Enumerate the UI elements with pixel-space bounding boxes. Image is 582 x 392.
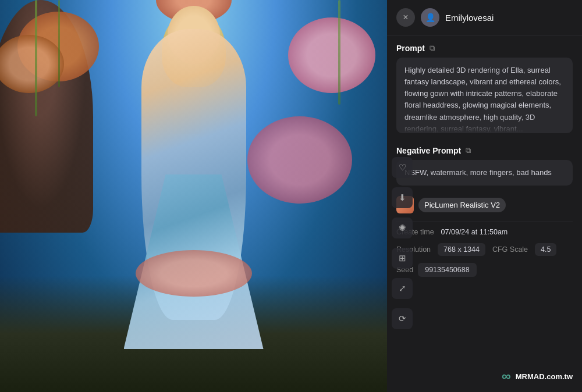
neg-prompt-text-box: NSFW, watermark, more fingers, bad hands [396, 160, 573, 186]
action-icons-column: ♡ ⬇ ✺ ⊞ ⤢ ⟳ [387, 151, 417, 335]
main-figure [118, 29, 269, 366]
info-panel: × 👤 Emilylovesai Prompt ⧉ Highly detaile… [387, 0, 582, 392]
download-button[interactable]: ⬇ [392, 187, 413, 208]
magic-icon: ⟳ [399, 313, 406, 324]
model-name-badge: PicLumen Realistic V2 [418, 198, 506, 212]
vine-3 [338, 0, 340, 105]
heart-icon: ♡ [399, 162, 406, 173]
create-time-value: 07/09/24 at 11:50am [441, 228, 508, 236]
prompt-section: Prompt ⧉ Highly detailed 3D rendering of… [387, 35, 582, 138]
cfg-scale-label: CFG Scale [492, 245, 528, 254]
panel-content: Prompt ⧉ Highly detailed 3D rendering of… [387, 35, 582, 280]
brand-text: MRMAD.com.tw [516, 372, 573, 381]
foliage-pink-right [288, 17, 375, 93]
resolution-value: 768 x 1344 [438, 243, 485, 256]
grid-button[interactable]: ⊞ [392, 248, 413, 269]
infinity-icon: ∞ [502, 369, 511, 384]
flowers-dress [136, 250, 252, 297]
expand-icon: ⤢ [399, 283, 406, 294]
sparkle-button[interactable]: ✺ [392, 218, 413, 238]
heart-button[interactable]: ♡ [392, 157, 413, 178]
cfg-scale-value: 4.5 [535, 243, 556, 256]
prompt-label: Prompt [396, 44, 425, 53]
seed-value: 99135450688 [418, 263, 476, 277]
neg-prompt-label-row: Negative Prompt ⧉ [396, 146, 573, 155]
brand-logo: ∞ [502, 369, 511, 384]
expand-button[interactable]: ⤢ [392, 278, 413, 299]
neg-prompt-copy-icon[interactable]: ⧉ [466, 146, 471, 155]
user-avatar: 👤 [421, 8, 439, 27]
prompt-text-box: Highly detailed 3D rendering of Ella, su… [396, 58, 573, 133]
divider-1 [396, 222, 573, 222]
sparkle-icon: ✺ [399, 223, 406, 233]
neg-prompt-text: NSFW, watermark, more fingers, bad hands [404, 168, 552, 177]
avatar-icon: 👤 [425, 13, 435, 22]
close-button[interactable]: × [396, 8, 415, 27]
download-icon: ⬇ [399, 193, 406, 203]
prompt-label-row: Prompt ⧉ [396, 44, 573, 53]
username: Emilylovesai [445, 13, 494, 23]
grid-icon: ⊞ [399, 253, 406, 263]
vine-2 [58, 0, 60, 87]
vine-1 [35, 0, 37, 116]
magic-button[interactable]: ⟳ [392, 308, 413, 329]
branding: ∞ MRMAD.com.tw [502, 369, 573, 384]
prompt-text: Highly detailed 3D rendering of Ella, su… [404, 66, 561, 133]
image-panel [0, 0, 387, 392]
prompt-copy-icon[interactable]: ⧉ [430, 44, 435, 53]
panel-header: × 👤 Emilylovesai [387, 0, 582, 35]
